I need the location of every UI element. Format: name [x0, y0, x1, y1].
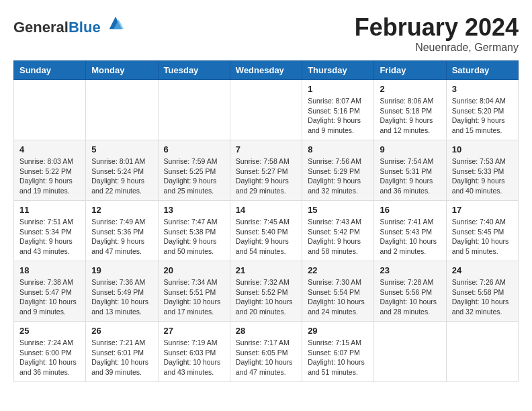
calendar-table: SundayMondayTuesdayWednesdayThursdayFrid…	[13, 60, 519, 382]
calendar-day-23: 23Sunrise: 7:28 AMSunset: 5:56 PMDayligh…	[374, 261, 446, 322]
logo: GeneralBlue	[13, 13, 125, 36]
day-number: 6	[164, 144, 224, 154]
empty-day-cell	[374, 322, 446, 382]
day-number: 23	[380, 265, 440, 275]
calendar-day-15: 15Sunrise: 7:43 AMSunset: 5:42 PMDayligh…	[302, 201, 374, 261]
day-info: Sunrise: 7:56 AMSunset: 5:29 PMDaylight:…	[308, 156, 368, 196]
calendar-day-8: 8Sunrise: 7:56 AMSunset: 5:29 PMDaylight…	[302, 140, 374, 201]
day-number: 15	[308, 205, 368, 215]
calendar-day-22: 22Sunrise: 7:30 AMSunset: 5:54 PMDayligh…	[302, 261, 374, 322]
day-info: Sunrise: 7:58 AMSunset: 5:27 PMDaylight:…	[236, 156, 296, 196]
day-number: 17	[452, 205, 513, 215]
calendar-day-28: 28Sunrise: 7:17 AMSunset: 6:05 PMDayligh…	[230, 322, 302, 382]
calendar-day-25: 25Sunrise: 7:24 AMSunset: 6:00 PMDayligh…	[14, 322, 86, 382]
day-info: Sunrise: 8:04 AMSunset: 5:20 PMDaylight:…	[452, 96, 513, 136]
day-number: 26	[91, 326, 152, 336]
calendar-day-10: 10Sunrise: 7:53 AMSunset: 5:33 PMDayligh…	[446, 140, 518, 201]
day-number: 24	[452, 265, 513, 275]
day-info: Sunrise: 7:47 AMSunset: 5:38 PMDaylight:…	[164, 217, 224, 257]
day-number: 11	[19, 205, 80, 215]
title-block: February 2024 Neuenrade, Germany	[355, 13, 519, 54]
day-info: Sunrise: 7:54 AMSunset: 5:31 PMDaylight:…	[380, 156, 440, 196]
day-info: Sunrise: 7:43 AMSunset: 5:42 PMDaylight:…	[308, 217, 368, 257]
day-info: Sunrise: 7:15 AMSunset: 6:07 PMDaylight:…	[308, 338, 368, 377]
day-info: Sunrise: 7:28 AMSunset: 5:56 PMDaylight:…	[380, 277, 440, 317]
calendar-day-13: 13Sunrise: 7:47 AMSunset: 5:38 PMDayligh…	[158, 201, 230, 261]
empty-day-cell	[14, 80, 86, 140]
day-info: Sunrise: 7:40 AMSunset: 5:45 PMDaylight:…	[452, 217, 513, 257]
day-info: Sunrise: 7:38 AMSunset: 5:47 PMDaylight:…	[19, 277, 80, 317]
calendar-week-row: 18Sunrise: 7:38 AMSunset: 5:47 PMDayligh…	[14, 261, 519, 322]
day-number: 25	[19, 326, 80, 336]
empty-day-cell	[446, 322, 518, 382]
weekday-header-tuesday: Tuesday	[158, 61, 230, 80]
calendar-day-24: 24Sunrise: 7:26 AMSunset: 5:58 PMDayligh…	[446, 261, 518, 322]
calendar-day-29: 29Sunrise: 7:15 AMSunset: 6:07 PMDayligh…	[302, 322, 374, 382]
day-info: Sunrise: 7:32 AMSunset: 5:52 PMDaylight:…	[236, 277, 296, 317]
day-info: Sunrise: 7:36 AMSunset: 5:49 PMDaylight:…	[91, 277, 152, 317]
weekday-header-friday: Friday	[374, 61, 446, 80]
day-number: 5	[91, 144, 152, 154]
calendar-day-6: 6Sunrise: 7:59 AMSunset: 5:25 PMDaylight…	[158, 140, 230, 201]
page-title: February 2024	[355, 13, 519, 42]
calendar-week-row: 4Sunrise: 8:03 AMSunset: 5:22 PMDaylight…	[14, 140, 519, 201]
weekday-header-wednesday: Wednesday	[230, 61, 302, 80]
day-number: 2	[380, 84, 440, 94]
logo-icon	[106, 13, 125, 32]
day-number: 18	[19, 265, 80, 275]
calendar-day-1: 1Sunrise: 8:07 AMSunset: 5:16 PMDaylight…	[302, 80, 374, 140]
day-info: Sunrise: 7:19 AMSunset: 6:03 PMDaylight:…	[164, 338, 224, 377]
day-number: 19	[91, 265, 152, 275]
calendar-week-row: 1Sunrise: 8:07 AMSunset: 5:16 PMDaylight…	[14, 80, 519, 140]
logo-blue-text: Blue	[69, 19, 101, 36]
day-number: 27	[164, 326, 224, 336]
day-number: 22	[308, 265, 368, 275]
day-number: 7	[236, 144, 296, 154]
calendar-day-11: 11Sunrise: 7:51 AMSunset: 5:34 PMDayligh…	[14, 201, 86, 261]
day-info: Sunrise: 7:51 AMSunset: 5:34 PMDaylight:…	[19, 217, 80, 257]
day-number: 9	[380, 144, 440, 154]
weekday-header-thursday: Thursday	[302, 61, 374, 80]
calendar-day-4: 4Sunrise: 8:03 AMSunset: 5:22 PMDaylight…	[14, 140, 86, 201]
day-info: Sunrise: 7:34 AMSunset: 5:51 PMDaylight:…	[164, 277, 224, 317]
calendar-day-2: 2Sunrise: 8:06 AMSunset: 5:18 PMDaylight…	[374, 80, 446, 140]
calendar-day-5: 5Sunrise: 8:01 AMSunset: 5:24 PMDaylight…	[86, 140, 158, 201]
calendar-header-row: SundayMondayTuesdayWednesdayThursdayFrid…	[14, 61, 519, 80]
day-info: Sunrise: 8:03 AMSunset: 5:22 PMDaylight:…	[19, 156, 80, 196]
day-number: 12	[91, 205, 152, 215]
day-number: 10	[452, 144, 513, 154]
calendar-day-26: 26Sunrise: 7:21 AMSunset: 6:01 PMDayligh…	[86, 322, 158, 382]
day-info: Sunrise: 7:17 AMSunset: 6:05 PMDaylight:…	[236, 338, 296, 377]
day-info: Sunrise: 8:01 AMSunset: 5:24 PMDaylight:…	[91, 156, 152, 196]
day-number: 3	[452, 84, 513, 94]
weekday-header-sunday: Sunday	[14, 61, 86, 80]
day-number: 8	[308, 144, 368, 154]
day-info: Sunrise: 7:30 AMSunset: 5:54 PMDaylight:…	[308, 277, 368, 317]
day-number: 29	[308, 326, 368, 336]
day-info: Sunrise: 7:41 AMSunset: 5:43 PMDaylight:…	[380, 217, 440, 257]
calendar-day-18: 18Sunrise: 7:38 AMSunset: 5:47 PMDayligh…	[14, 261, 86, 322]
calendar-day-19: 19Sunrise: 7:36 AMSunset: 5:49 PMDayligh…	[86, 261, 158, 322]
calendar-day-27: 27Sunrise: 7:19 AMSunset: 6:03 PMDayligh…	[158, 322, 230, 382]
day-number: 1	[308, 84, 368, 94]
empty-day-cell	[158, 80, 230, 140]
page-header: GeneralBlue February 2024 Neuenrade, Ger…	[13, 13, 519, 54]
calendar-day-20: 20Sunrise: 7:34 AMSunset: 5:51 PMDayligh…	[158, 261, 230, 322]
day-number: 20	[164, 265, 224, 275]
empty-day-cell	[230, 80, 302, 140]
day-info: Sunrise: 8:07 AMSunset: 5:16 PMDaylight:…	[308, 96, 368, 136]
day-info: Sunrise: 7:45 AMSunset: 5:40 PMDaylight:…	[236, 217, 296, 257]
calendar-day-16: 16Sunrise: 7:41 AMSunset: 5:43 PMDayligh…	[374, 201, 446, 261]
day-number: 4	[19, 144, 80, 154]
calendar-day-9: 9Sunrise: 7:54 AMSunset: 5:31 PMDaylight…	[374, 140, 446, 201]
calendar-day-14: 14Sunrise: 7:45 AMSunset: 5:40 PMDayligh…	[230, 201, 302, 261]
calendar-day-7: 7Sunrise: 7:58 AMSunset: 5:27 PMDaylight…	[230, 140, 302, 201]
day-number: 16	[380, 205, 440, 215]
day-info: Sunrise: 7:53 AMSunset: 5:33 PMDaylight:…	[452, 156, 513, 196]
weekday-header-monday: Monday	[86, 61, 158, 80]
empty-day-cell	[86, 80, 158, 140]
calendar-day-17: 17Sunrise: 7:40 AMSunset: 5:45 PMDayligh…	[446, 201, 518, 261]
calendar-day-12: 12Sunrise: 7:49 AMSunset: 5:36 PMDayligh…	[86, 201, 158, 261]
day-number: 14	[236, 205, 296, 215]
day-info: Sunrise: 7:49 AMSunset: 5:36 PMDaylight:…	[91, 217, 152, 257]
